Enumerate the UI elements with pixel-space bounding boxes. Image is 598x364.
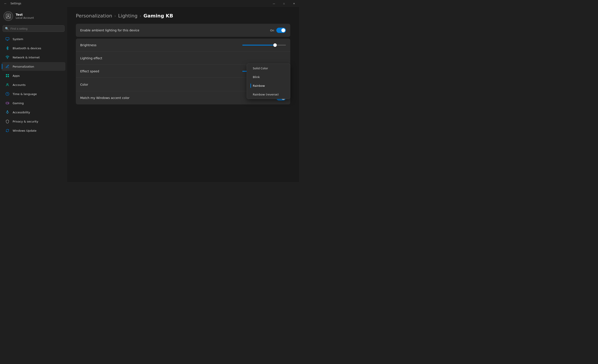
personalization-icon xyxy=(5,64,10,69)
svg-rect-6 xyxy=(6,76,7,77)
search-icon: 🔍 xyxy=(5,27,9,30)
sidebar-item-privacy[interactable]: Privacy & security xyxy=(2,117,65,126)
privacy-icon xyxy=(5,119,10,124)
user-account-type: Local Account xyxy=(16,16,34,19)
ambient-lighting-toggle[interactable] xyxy=(276,28,286,33)
accessibility-icon xyxy=(5,110,10,115)
app-title: Settings xyxy=(10,2,21,5)
breadcrumb: Personalization › Lighting › Gaming KB xyxy=(76,13,290,18)
sidebar-item-apps[interactable]: Apps xyxy=(2,71,65,80)
accounts-icon xyxy=(5,83,10,87)
sidebar-item-accessibility[interactable]: Accessibility xyxy=(2,108,65,117)
dropdown-item-rainbow[interactable]: Rainbow xyxy=(247,81,290,90)
sidebar-label-bluetooth: Bluetooth & devices xyxy=(13,47,41,50)
blink-no-indicator xyxy=(250,75,251,79)
sidebar-label-accessibility: Accessibility xyxy=(13,111,30,114)
avatar xyxy=(3,11,13,21)
app-container: Test Local Account 🔍 System Blue xyxy=(0,7,299,182)
breadcrumb-current: Gaming KB xyxy=(143,13,173,18)
brightness-slider-track[interactable] xyxy=(242,45,286,46)
sidebar-label-time: Time & language xyxy=(13,92,37,96)
sidebar-item-system[interactable]: System xyxy=(2,35,65,43)
rainbow-check-indicator xyxy=(250,83,251,88)
svg-point-8 xyxy=(7,83,8,85)
svg-point-12 xyxy=(8,103,9,104)
search-input[interactable] xyxy=(10,27,62,30)
sidebar-label-update: Windows Update xyxy=(13,129,36,132)
breadcrumb-sep-2: › xyxy=(140,14,141,18)
gaming-icon xyxy=(5,101,10,105)
ambient-lighting-card: Enable ambient lighting for this device … xyxy=(76,24,290,37)
dropdown-label-rainbow-reverse: Rainbow (reverse) xyxy=(253,93,279,96)
bluetooth-icon xyxy=(5,46,10,50)
sidebar-item-bluetooth[interactable]: Bluetooth & devices xyxy=(2,44,65,52)
network-icon xyxy=(5,55,10,59)
dropdown-label-rainbow: Rainbow xyxy=(253,84,265,87)
breadcrumb-lighting[interactable]: Lighting xyxy=(118,13,138,18)
dropdown-item-rainbow-reverse[interactable]: Rainbow (reverse) xyxy=(247,90,290,99)
sidebar-item-accounts[interactable]: Accounts xyxy=(2,80,65,89)
color-label: Color xyxy=(80,83,88,86)
svg-rect-2 xyxy=(6,37,9,40)
lighting-effect-row: Lighting effect xyxy=(76,52,290,65)
maximize-button[interactable]: □ xyxy=(279,0,289,7)
ambient-lighting-row: Enable ambient lighting for this device … xyxy=(76,24,290,37)
title-bar: ← Settings — □ ✕ xyxy=(0,0,299,7)
effect-speed-label: Effect speed xyxy=(80,70,99,73)
lighting-effect-label: Lighting effect xyxy=(80,57,102,60)
user-name: Test xyxy=(16,13,34,16)
match-accent-label: Match my Windows accent color xyxy=(80,96,129,99)
breadcrumb-personalization[interactable]: Personalization xyxy=(76,13,112,18)
brightness-label: Brightness xyxy=(80,43,97,47)
brightness-thumb[interactable] xyxy=(273,43,277,47)
svg-point-1 xyxy=(8,15,9,17)
sidebar-label-gaming: Gaming xyxy=(13,102,24,105)
ambient-lighting-value: On xyxy=(270,29,274,32)
svg-point-13 xyxy=(7,111,8,111)
ambient-lighting-label: Enable ambient lighting for this device xyxy=(80,29,139,32)
dropdown-label-solid: Solid Color xyxy=(253,67,268,70)
back-button[interactable]: ← xyxy=(3,1,8,6)
update-icon xyxy=(5,128,10,133)
rainbow-reverse-no-indicator xyxy=(250,92,251,97)
svg-rect-5 xyxy=(8,74,9,75)
svg-rect-4 xyxy=(6,74,7,75)
solid-no-indicator xyxy=(250,66,251,70)
dropdown-item-solid[interactable]: Solid Color xyxy=(247,64,290,73)
dropdown-item-blink[interactable]: Blink xyxy=(247,73,290,81)
brightness-slider-container[interactable] xyxy=(242,45,286,46)
brightness-row: Brightness xyxy=(76,39,290,52)
sidebar-label-network: Network & internet xyxy=(13,56,40,59)
main-content: Personalization › Lighting › Gaming KB E… xyxy=(67,7,299,182)
brightness-fill xyxy=(242,45,275,46)
sidebar-label-accounts: Accounts xyxy=(13,83,25,87)
apps-icon xyxy=(5,74,10,78)
sidebar-label-apps: Apps xyxy=(13,74,20,77)
system-icon xyxy=(5,37,10,41)
dropdown-label-blink: Blink xyxy=(253,75,260,79)
window-controls: — □ ✕ xyxy=(269,0,299,7)
sidebar-label-privacy: Privacy & security xyxy=(13,120,38,123)
minimize-button[interactable]: — xyxy=(269,0,279,7)
search-box[interactable]: 🔍 xyxy=(3,25,65,32)
sidebar-item-update[interactable]: Windows Update xyxy=(2,126,65,135)
close-button[interactable]: ✕ xyxy=(289,0,299,7)
time-icon xyxy=(5,92,10,96)
svg-point-3 xyxy=(7,58,8,59)
sidebar: Test Local Account 🔍 System Blue xyxy=(0,7,67,182)
sidebar-item-gaming[interactable]: Gaming xyxy=(2,99,65,108)
sidebar-label-personalization: Personalization xyxy=(13,65,34,68)
svg-rect-7 xyxy=(8,76,9,77)
sidebar-item-personalization[interactable]: Personalization xyxy=(2,62,65,71)
breadcrumb-sep-1: › xyxy=(114,14,116,18)
user-profile[interactable]: Test Local Account xyxy=(0,9,67,25)
sidebar-item-network[interactable]: Network & internet xyxy=(2,53,65,62)
user-info: Test Local Account xyxy=(16,13,34,19)
search-container: 🔍 xyxy=(0,25,67,34)
sidebar-label-system: System xyxy=(13,37,23,41)
sidebar-item-time[interactable]: Time & language xyxy=(2,90,65,98)
lighting-effect-dropdown: Solid Color Blink Rainbow Rainbow (rever… xyxy=(247,64,290,99)
